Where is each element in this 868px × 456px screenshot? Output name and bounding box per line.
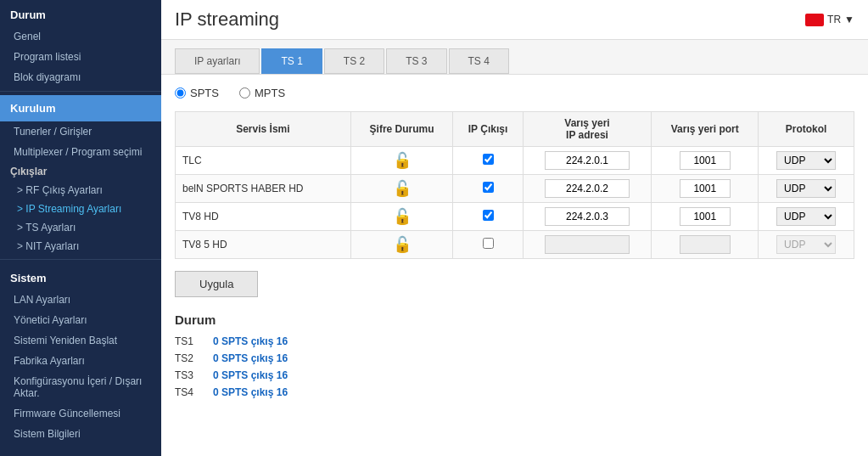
sidebar-item-blok-diyagrami[interactable]: Blok diyagramı [0,67,161,87]
mpts-option[interactable]: MPTS [239,87,285,99]
spts-option[interactable]: SPTS [175,87,219,99]
sidebar-section-sistem: Sistem [0,263,161,290]
sidebar-item-sistemi-yeniden[interactable]: Sistemi Yeniden Başlat [0,330,161,351]
status-ts-label: TS1 [175,335,204,347]
cell-service-name: TV8 HD [176,203,351,231]
sidebar-item-konfigurasyon[interactable]: Konfigürasyonu İçeri / Dışarı Aktar. [0,371,161,403]
ip-address-input[interactable] [545,179,630,198]
content-area: SPTS MPTS Servis İsmi Şifre Durumu IP Çı… [161,75,868,415]
ip-enable-checkbox[interactable] [483,238,494,249]
main-content: IP streaming TR ▼ IP ayarları TS 1 TS 2 … [161,0,868,456]
mpts-radio[interactable] [239,87,250,99]
tab-ts2[interactable]: TS 2 [324,48,384,74]
cell-ip-checkbox[interactable] [453,147,523,175]
status-ts-value: 0 SPTS çıkış 16 [213,369,288,381]
cell-service-name: belN SPORTS HABER HD [176,175,351,203]
radio-row: SPTS MPTS [175,87,854,99]
protocol-select[interactable]: UDPRTP [776,151,836,170]
col-sifre: Şifre Durumu [350,112,453,147]
cell-lock: 🔓 [350,203,453,231]
cell-service-name: TV8 5 HD [176,231,351,259]
sidebar-item-ts-ayarlari[interactable]: > TS Ayarları [0,218,161,237]
mpts-label: MPTS [255,87,285,99]
lock-open-icon: 🔓 [393,152,412,169]
cell-ip-address[interactable] [523,203,652,231]
status-row: TS4 0 SPTS çıkış 16 [175,386,854,398]
cell-ip-checkbox[interactable] [453,175,523,203]
lang-dropdown-icon[interactable]: ▼ [844,14,854,25]
sidebar-item-nit-ayarlari[interactable]: > NIT Ayarları [0,237,161,256]
status-section: Durum TS1 0 SPTS çıkış 16 TS2 0 SPTS çık… [175,312,854,398]
col-servis-ismi: Servis İsmi [176,112,351,147]
cell-ip-address[interactable] [523,231,652,259]
ip-address-input[interactable] [545,151,630,170]
sidebar-item-rf-cikis[interactable]: > RF Çıkış Ayarları [0,181,161,200]
cell-ip-checkbox[interactable] [453,203,523,231]
lang-selector[interactable]: TR ▼ [805,14,854,26]
ip-enable-checkbox[interactable] [483,210,494,221]
cell-protocol[interactable]: UDPRTP [759,147,854,175]
col-ip-cikisi: IP Çıkışı [453,112,523,147]
port-input[interactable] [680,151,731,170]
sidebar-item-tunerler[interactable]: Tunerler / Girişler [0,121,161,142]
cell-port[interactable] [652,175,759,203]
ip-address-input[interactable] [545,235,630,254]
status-row: TS3 0 SPTS çıkış 16 [175,369,854,381]
status-ts-value: 0 SPTS çıkış 16 [213,386,288,398]
ip-enable-checkbox[interactable] [483,154,494,165]
table-row: TV8 5 HD🔓UDPRTP [176,231,854,259]
status-title: Durum [175,312,854,327]
cell-port[interactable] [652,231,759,259]
port-input[interactable] [680,235,731,254]
cell-ip-address[interactable] [523,175,652,203]
cell-lock: 🔓 [350,175,453,203]
cell-port[interactable] [652,203,759,231]
sidebar-item-ip-streaming[interactable]: > IP Streaming Ayarları [0,200,161,218]
sidebar-item-lan[interactable]: LAN Ayarları [0,290,161,310]
port-input[interactable] [680,179,731,198]
cell-lock: 🔓 [350,231,453,259]
cell-protocol[interactable]: UDPRTP [759,203,854,231]
ip-enable-checkbox[interactable] [483,182,494,193]
sidebar-item-program-listesi[interactable]: Program listesi [0,47,161,67]
cell-ip-checkbox[interactable] [453,231,523,259]
sidebar-item-firmware[interactable]: Firmware Güncellemesi [0,403,161,424]
cell-ip-address[interactable] [523,147,652,175]
sidebar-section-durum: Durum [0,0,161,26]
sidebar-item-sistem-bilgileri[interactable]: Sistem Bilgileri [0,424,161,444]
spts-radio[interactable] [175,87,186,99]
flag-icon [805,14,824,26]
protocol-select[interactable]: UDPRTP [776,235,836,254]
cell-protocol[interactable]: UDPRTP [759,175,854,203]
tabs-row: IP ayarları TS 1 TS 2 TS 3 TS 4 [161,40,868,75]
spts-label: SPTS [190,87,219,99]
table-row: TLC🔓UDPRTP [176,147,854,175]
lock-open-icon: 🔓 [393,180,412,197]
table-row: belN SPORTS HABER HD🔓UDPRTP [176,175,854,203]
cell-lock: 🔓 [350,147,453,175]
apply-button[interactable]: Uygula [175,271,258,297]
status-row: TS1 0 SPTS çıkış 16 [175,335,854,347]
status-row: TS2 0 SPTS çıkış 16 [175,352,854,364]
tab-ts3[interactable]: TS 3 [386,48,446,74]
tab-ip-ayarlari[interactable]: IP ayarları [175,48,260,74]
sidebar-item-fabrika[interactable]: Fabrika Ayarları [0,351,161,371]
lock-open-icon: 🔓 [393,208,412,225]
cell-protocol[interactable]: UDPRTP [759,231,854,259]
topbar: IP streaming TR ▼ [161,0,868,40]
lang-label: TR [827,14,841,25]
sidebar-section-kurulum: Kurulum [0,95,161,121]
sidebar-item-genel[interactable]: Genel [0,26,161,47]
status-ts-label: TS4 [175,386,204,398]
tab-ts4[interactable]: TS 4 [449,48,509,74]
protocol-select[interactable]: UDPRTP [776,179,836,198]
tab-ts1[interactable]: TS 1 [261,48,322,74]
port-input[interactable] [680,207,731,226]
sidebar: Durum Genel Program listesi Blok diyagra… [0,0,161,456]
cell-port[interactable] [652,147,759,175]
protocol-select[interactable]: UDPRTP [776,207,836,226]
sidebar-item-multiplexer[interactable]: Multiplexer / Program seçimi [0,142,161,162]
page-title: IP streaming [175,8,279,31]
sidebar-item-yonetici[interactable]: Yönetici Ayarları [0,310,161,330]
ip-address-input[interactable] [545,207,630,226]
